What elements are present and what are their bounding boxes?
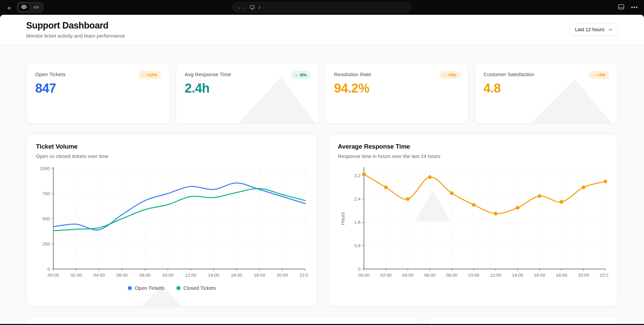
time-range-value: Last 12 hours (575, 27, 604, 32)
page-subtitle: Monitor ticket activity and team perform… (26, 33, 125, 39)
svg-text:0: 0 (47, 267, 50, 272)
svg-text:0: 0 (358, 267, 361, 272)
svg-text:08:00: 08:00 (446, 273, 458, 278)
more-menu-icon[interactable]: ••• (631, 6, 638, 9)
trend-badge: ↑ +5% (439, 71, 460, 79)
trend-arrow-icon: ↑ (142, 73, 144, 77)
svg-text:06:00: 06:00 (116, 273, 128, 278)
svg-text:20:00: 20:00 (277, 273, 288, 278)
charts-row: Ticket Volume Open vs closed tickets ove… (26, 134, 618, 307)
svg-text:00:00: 00:00 (358, 273, 370, 278)
forward-icon[interactable]: › (244, 5, 246, 10)
svg-text:10:00: 10:00 (162, 273, 173, 278)
svg-text:2.4: 2.4 (354, 197, 361, 202)
time-range-select[interactable]: Last 12 hours (570, 23, 618, 36)
kpi-card-row: Open Tickets 847 ↑ +12% Avg Response Tim… (26, 63, 618, 124)
trend-arrow-icon: ↑ (443, 73, 445, 77)
bottom-panels-row: Recent Activity Agent Performance (26, 317, 618, 324)
svg-text:250: 250 (42, 241, 50, 247)
legend-item-closed-tickets: Closed Tickets (176, 285, 216, 291)
svg-text:3.2: 3.2 (354, 173, 361, 178)
legend-label: Closed Tickets (183, 285, 216, 291)
svg-text:08:00: 08:00 (139, 273, 151, 278)
ticket-volume-chart: 0250500750100000:0002:0004:0006:0008:001… (36, 164, 308, 281)
kpi-card-avg-response-time: Avg Response Time 2.4h ↓ -8% (176, 63, 319, 124)
eye-icon (21, 4, 27, 11)
trend-badge: ↑ +2% (589, 71, 609, 79)
trend-arrow-icon: ↑ (593, 73, 595, 77)
header-text-group: Support Dashboard Monitor ticket activit… (26, 20, 125, 39)
svg-text:14:00: 14:00 (208, 273, 219, 278)
dashboard-content: Open Tickets 847 ↑ +12% Avg Response Tim… (0, 45, 644, 324)
topbar-right-group: ••• (618, 4, 638, 11)
svg-text:20:00: 20:00 (578, 273, 589, 278)
back-icon[interactable]: ‹ (238, 5, 240, 10)
svg-text:10:00: 10:00 (468, 273, 479, 278)
trend-arrow-icon: ↓ (295, 73, 297, 77)
svg-text:1.6: 1.6 (354, 220, 361, 225)
kpi-value: 4.8 (484, 81, 609, 96)
legend-dot-green (176, 286, 180, 290)
chart-title: Average Response Time (338, 143, 608, 150)
address-path: / (259, 5, 260, 10)
svg-text:0.8: 0.8 (354, 243, 361, 248)
svg-text:04:00: 04:00 (402, 273, 414, 278)
svg-text:18:00: 18:00 (556, 273, 567, 278)
svg-text:22:00: 22:00 (600, 273, 608, 278)
svg-text:02:00: 02:00 (70, 273, 82, 278)
chart-legend: Open Tickets Closed Tickets (36, 285, 308, 291)
avg-response-time-chart: 00.81.62.43.200:0002:0004:0006:0008:0010… (338, 164, 608, 281)
code-toggle-button[interactable]: </> (30, 3, 42, 12)
recent-activity-panel: Recent Activity (26, 317, 418, 324)
chart-subtitle: Response time in hours over the last 24 … (338, 153, 608, 159)
trend-value: +5% (447, 72, 456, 77)
kpi-value: 94.2% (334, 81, 460, 96)
trend-value: +12% (146, 72, 157, 77)
chevron-down-icon (608, 27, 612, 32)
svg-text:Hours: Hours (340, 212, 345, 225)
kpi-card-resolution-rate: Resolution Rate 94.2% ↑ +5% (325, 63, 469, 124)
avg-response-time-card: Average Response Time Response time in h… (328, 134, 618, 307)
app-canvas: Support Dashboard Monitor ticket activit… (0, 15, 644, 324)
trend-value: +2% (597, 72, 605, 77)
svg-text:1000: 1000 (40, 166, 50, 171)
svg-text:18:00: 18:00 (254, 273, 265, 278)
trend-badge: ↑ +12% (138, 71, 161, 79)
svg-text:16:00: 16:00 (231, 273, 242, 278)
address-bar[interactable]: ‹ › / (233, 2, 412, 12)
svg-text:02:00: 02:00 (380, 273, 392, 278)
svg-text:22:00: 22:00 (300, 273, 308, 278)
preview-toggle-button[interactable] (18, 3, 30, 12)
svg-text:12:00: 12:00 (490, 273, 501, 278)
svg-text:00:00: 00:00 (48, 273, 59, 278)
legend-item-open-tickets: Open Tickets (128, 285, 164, 291)
chart-subtitle: Open vs closed tickets over time (36, 153, 308, 159)
panel-layout-icon[interactable] (618, 4, 624, 11)
kpi-value: 847 (35, 81, 161, 96)
svg-text:06:00: 06:00 (424, 273, 435, 278)
ticket-volume-card: Ticket Volume Open vs closed tickets ove… (26, 134, 318, 307)
view-mode-toggle: </> (17, 2, 43, 13)
page-title: Support Dashboard (26, 20, 125, 31)
svg-text:12:00: 12:00 (185, 273, 197, 278)
trend-badge: ↓ -8% (291, 71, 311, 79)
monitor-icon (250, 5, 255, 10)
topbar-left-group: « </> (6, 2, 43, 13)
chart-title: Ticket Volume (36, 143, 308, 150)
top-chrome-bar: « </> ‹ › / (0, 0, 644, 15)
kpi-card-customer-satisfaction: Customer Satisfaction 4.8 ↑ +2% (475, 63, 618, 124)
svg-text:14:00: 14:00 (512, 273, 523, 278)
svg-text:500: 500 (42, 216, 50, 221)
legend-dot-blue (128, 286, 132, 290)
svg-text:16:00: 16:00 (534, 273, 545, 278)
page-header: Support Dashboard Monitor ticket activit… (0, 15, 644, 45)
svg-text:750: 750 (42, 191, 50, 196)
kpi-value: 2.4h (185, 81, 310, 96)
agent-performance-panel: Agent Performance (428, 317, 618, 324)
collapse-sidebar-icon[interactable]: « (6, 4, 12, 11)
svg-text:04:00: 04:00 (94, 273, 105, 278)
legend-label: Open Tickets (135, 285, 164, 291)
kpi-card-open-tickets: Open Tickets 847 ↑ +12% (26, 63, 170, 124)
trend-value: -8% (299, 72, 307, 77)
